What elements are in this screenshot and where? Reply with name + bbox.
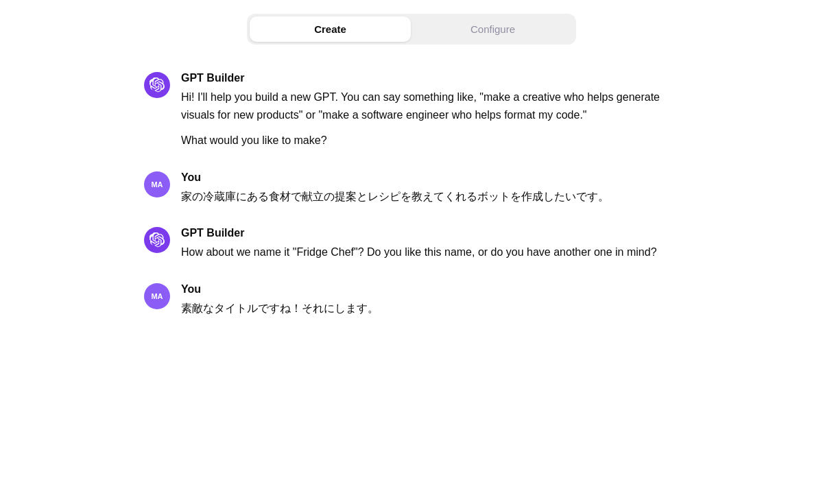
message-group: MA You 家の冷蔵庫にある食材で献立の提案とレシピを教えてくれるボットを作成… [144,171,679,206]
message-text: Hi! I'll help you build a new GPT. You c… [181,88,679,149]
message-text: 家の冷蔵庫にある食材で献立の提案とレシピを教えてくれるボットを作成したいです。 [181,188,679,206]
message-group: GPT Builder How about we name it "Fridge… [144,227,679,261]
tab-bar: Create Configure [0,14,823,45]
message-sender: You [181,283,679,296]
message-group: MA You 素敵なタイトルですね！それにします。 [144,283,679,317]
page-container: Create Configure GPT Builder Hi! I'll he… [0,0,823,504]
message-group: GPT Builder Hi! I'll help you build a ne… [144,72,679,149]
chat-area: GPT Builder Hi! I'll help you build a ne… [103,72,720,317]
message-sender: GPT Builder [181,227,679,239]
message-paragraph: 素敵なタイトルですね！それにします。 [181,300,679,317]
message-sender: GPT Builder [181,72,679,84]
message-paragraph: 家の冷蔵庫にある食材で献立の提案とレシピを教えてくれるボットを作成したいです。 [181,188,679,206]
avatar [144,227,170,253]
message-paragraph: How about we name it "Fridge Chef"? Do y… [181,243,679,261]
message-text: How about we name it "Fridge Chef"? Do y… [181,243,679,261]
message-content: GPT Builder How about we name it "Fridge… [181,227,679,261]
message-paragraph: What would you like to make? [181,132,679,149]
tab-configure[interactable]: Configure [412,16,573,42]
tab-create[interactable]: Create [250,16,411,42]
message-content: GPT Builder Hi! I'll help you build a ne… [181,72,679,149]
message-sender: You [181,171,679,184]
avatar: MA [144,283,170,309]
message-text: 素敵なタイトルですね！それにします。 [181,300,679,317]
tab-container: Create Configure [247,14,576,45]
message-paragraph: Hi! I'll help you build a new GPT. You c… [181,88,679,123]
avatar [144,72,170,98]
openai-icon [150,232,165,248]
message-content: You 家の冷蔵庫にある食材で献立の提案とレシピを教えてくれるボットを作成したい… [181,171,679,206]
avatar: MA [144,171,170,197]
openai-icon [150,77,165,93]
message-content: You 素敵なタイトルですね！それにします。 [181,283,679,317]
